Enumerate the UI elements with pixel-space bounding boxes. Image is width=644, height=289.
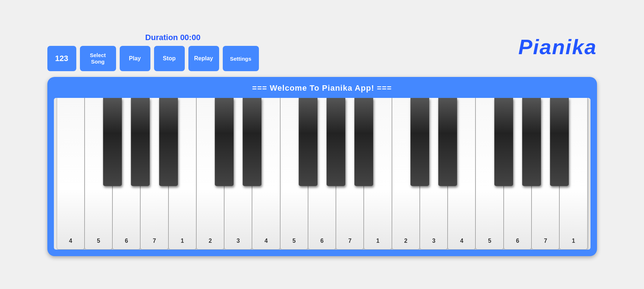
piano-keys: 4567123456712345671	[54, 98, 590, 250]
black-key-2[interactable]	[159, 98, 178, 186]
settings-button[interactable]: Settings	[223, 46, 259, 71]
black-key-7[interactable]	[354, 98, 373, 186]
black-key-5[interactable]	[299, 98, 317, 186]
black-key-8[interactable]	[410, 98, 429, 186]
welcome-banner: === Welcome To Pianika App! ===	[54, 83, 590, 93]
app-container: Duration 00:00 123 Select Song Play Stop…	[40, 26, 604, 263]
number-button[interactable]: 123	[47, 46, 76, 71]
app-title: Pianika	[518, 33, 597, 59]
piano-container: === Welcome To Pianika App! === 45671234…	[47, 77, 597, 256]
header: Duration 00:00 123 Select Song Play Stop…	[47, 33, 597, 71]
black-key-4[interactable]	[243, 98, 261, 186]
piano-keys-outer: 4567123456712345671	[54, 98, 590, 250]
replay-button[interactable]: Replay	[188, 46, 219, 71]
black-key-11[interactable]	[522, 98, 541, 186]
controls-row: 123 Select Song Play Stop Replay Setting…	[47, 46, 259, 71]
black-key-0[interactable]	[103, 98, 122, 186]
white-key-0[interactable]: 4	[57, 98, 85, 250]
black-key-10[interactable]	[494, 98, 513, 186]
duration-display: Duration 00:00	[47, 33, 259, 42]
black-key-12[interactable]	[550, 98, 569, 186]
black-key-9[interactable]	[438, 98, 457, 186]
stop-button[interactable]: Stop	[154, 46, 185, 71]
black-key-1[interactable]	[131, 98, 150, 186]
header-left: Duration 00:00 123 Select Song Play Stop…	[47, 33, 259, 71]
black-key-3[interactable]	[215, 98, 234, 186]
play-button[interactable]: Play	[120, 46, 150, 71]
black-key-6[interactable]	[327, 98, 345, 186]
select-song-button[interactable]: Select Song	[80, 46, 116, 71]
